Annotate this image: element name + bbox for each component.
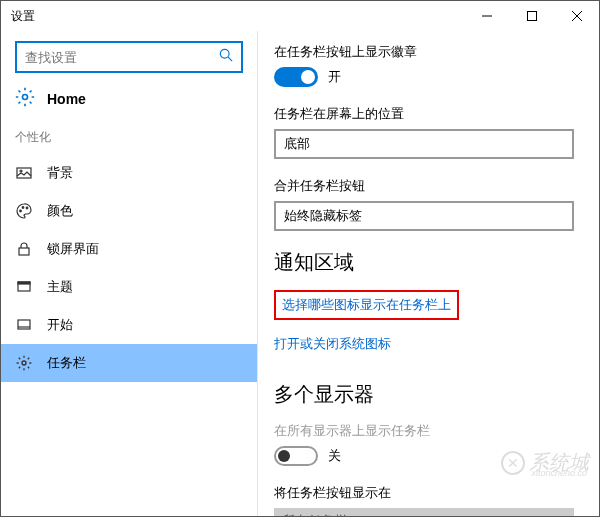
sidebar-item-label: 背景 xyxy=(47,164,73,182)
svg-rect-7 xyxy=(17,168,31,178)
window-title: 设置 xyxy=(11,8,464,25)
position-label: 任务栏在屏幕上的位置 xyxy=(274,105,599,123)
system-icons-link[interactable]: 打开或关闭系统图标 xyxy=(274,335,391,353)
picture-icon xyxy=(15,165,33,181)
combine-label: 合并任务栏按钮 xyxy=(274,177,599,195)
content-area: 在任务栏按钮上显示徽章 开 任务栏在屏幕上的位置 底部 合并任务栏按钮 始终隐藏… xyxy=(258,31,599,516)
sidebar-item-label: 锁屏界面 xyxy=(47,240,99,258)
close-button[interactable] xyxy=(554,1,599,31)
lock-icon xyxy=(15,241,33,257)
sidebar: Home 个性化 背景 颜色 锁屏界面 主题 开始 任务栏 xyxy=(1,31,258,516)
svg-rect-12 xyxy=(19,248,29,255)
sidebar-item-label: 颜色 xyxy=(47,202,73,220)
gear-icon xyxy=(15,87,35,111)
badge-toggle[interactable]: 开 xyxy=(274,67,599,87)
svg-rect-1 xyxy=(527,12,536,21)
sidebar-item-label: 开始 xyxy=(47,316,73,334)
search-input[interactable] xyxy=(15,41,243,73)
svg-rect-15 xyxy=(18,320,30,329)
toggle-state-label: 关 xyxy=(328,447,341,465)
start-icon xyxy=(15,317,33,333)
theme-icon xyxy=(15,279,33,295)
dropdown-value: 始终隐藏标签 xyxy=(284,207,362,225)
svg-point-11 xyxy=(26,207,28,209)
badge-label: 在任务栏按钮上显示徽章 xyxy=(274,43,599,61)
maximize-button[interactable] xyxy=(509,1,554,31)
multi-show-label: 在所有显示器上显示任务栏 xyxy=(274,422,599,440)
sidebar-item-themes[interactable]: 主题 xyxy=(1,268,257,306)
position-dropdown[interactable]: 底部 xyxy=(274,129,574,159)
watermark-icon: ✕ xyxy=(501,451,525,475)
home-label: Home xyxy=(47,91,86,107)
search-icon xyxy=(219,48,233,66)
notification-area-heading: 通知区域 xyxy=(274,249,599,276)
sidebar-item-background[interactable]: 背景 xyxy=(1,154,257,192)
sidebar-item-lockscreen[interactable]: 锁屏界面 xyxy=(1,230,257,268)
watermark-sub: xitoncheno.co xyxy=(531,468,587,478)
watermark: ✕ 系统城 xitoncheno.co xyxy=(501,449,589,476)
window-buttons xyxy=(464,1,599,31)
minimize-button[interactable] xyxy=(464,1,509,31)
dropdown-value: 所有任务栏 xyxy=(282,512,347,516)
multi-display-heading: 多个显示器 xyxy=(274,381,599,408)
multi-buttons-label: 将任务栏按钮显示在 xyxy=(274,484,599,502)
svg-point-17 xyxy=(22,361,26,365)
gear-icon xyxy=(15,355,33,371)
toggle-state-label: 开 xyxy=(328,68,341,86)
sidebar-item-start[interactable]: 开始 xyxy=(1,306,257,344)
svg-point-9 xyxy=(20,210,22,212)
svg-point-4 xyxy=(220,49,229,58)
sidebar-item-colors[interactable]: 颜色 xyxy=(1,192,257,230)
titlebar: 设置 xyxy=(1,1,599,31)
section-label: 个性化 xyxy=(1,123,257,154)
sidebar-item-taskbar[interactable]: 任务栏 xyxy=(1,344,257,382)
svg-point-6 xyxy=(23,95,28,100)
sidebar-item-label: 任务栏 xyxy=(47,354,86,372)
svg-point-8 xyxy=(20,170,22,172)
search-field[interactable] xyxy=(25,50,219,65)
combine-dropdown[interactable]: 始终隐藏标签 xyxy=(274,201,574,231)
svg-rect-14 xyxy=(18,282,30,284)
svg-line-5 xyxy=(228,57,232,61)
dropdown-value: 底部 xyxy=(284,135,310,153)
palette-icon xyxy=(15,203,33,219)
sidebar-item-label: 主题 xyxy=(47,278,73,296)
choose-icons-link[interactable]: 选择哪些图标显示在任务栏上 xyxy=(274,290,459,320)
svg-point-10 xyxy=(22,207,24,209)
multi-buttons-dropdown: 所有任务栏 xyxy=(274,508,574,516)
home-row[interactable]: Home xyxy=(1,79,257,123)
